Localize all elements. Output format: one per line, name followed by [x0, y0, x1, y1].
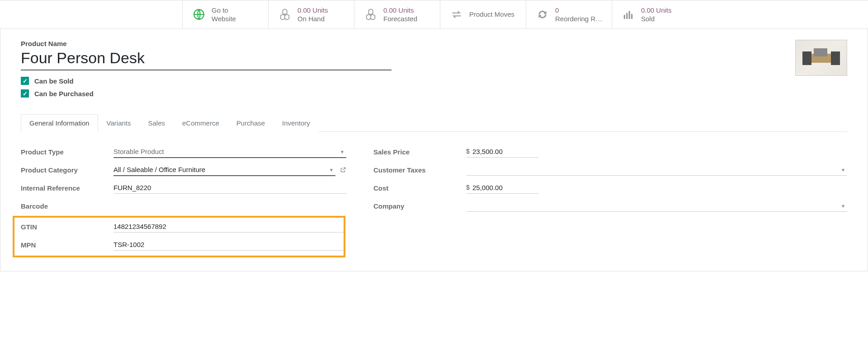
boxes-icon — [363, 7, 378, 22]
gtin-label: GTIN — [21, 223, 113, 231]
tabs: General Information Variants Sales eComm… — [21, 114, 847, 132]
product-name-input[interactable] — [21, 48, 392, 70]
barcode-input[interactable] — [113, 200, 346, 212]
highlighted-section: GTIN MPN — [21, 216, 346, 257]
barcode-label: Barcode — [21, 202, 113, 210]
stat-label: On Hand — [297, 14, 328, 23]
stat-text: Website — [212, 14, 236, 23]
stat-on-hand[interactable]: 0.00 Units On Hand — [269, 0, 354, 28]
product-type-label: Product Type — [21, 148, 113, 156]
bar-chart-icon — [621, 7, 636, 22]
internal-reference-label: Internal Reference — [21, 184, 113, 192]
stat-value: 0.00 Units — [641, 6, 672, 15]
company-select[interactable] — [466, 200, 847, 212]
can-be-purchased-label: Can be Purchased — [34, 90, 94, 98]
product-image[interactable] — [795, 40, 847, 76]
mpn-input[interactable] — [113, 239, 346, 251]
sales-price-input[interactable] — [466, 146, 538, 158]
tab-purchase[interactable]: Purchase — [228, 114, 274, 132]
stat-spacer — [0, 0, 183, 28]
svg-rect-2 — [802, 51, 811, 65]
form-body: Product Name ✓ Can be Sold ✓ Can be Purc… — [0, 29, 868, 271]
svg-rect-4 — [814, 48, 827, 56]
currency-symbol: $ — [466, 148, 470, 155]
customer-taxes-select[interactable] — [466, 164, 847, 176]
tab-inventory[interactable]: Inventory — [274, 114, 319, 132]
can-be-sold-label: Can be Sold — [34, 77, 74, 85]
currency-symbol: $ — [466, 184, 470, 191]
product-name-label: Product Name — [21, 40, 392, 47]
company-label: Company — [373, 202, 466, 210]
globe-icon — [192, 7, 206, 22]
stat-label: Reordering R… — [555, 14, 602, 23]
mpn-label: MPN — [21, 241, 113, 249]
tab-general-information[interactable]: General Information — [21, 114, 98, 132]
internal-reference-input[interactable] — [113, 182, 346, 194]
stat-label: Product Moves — [469, 10, 514, 19]
cost-label: Cost — [373, 184, 466, 192]
external-link-icon[interactable] — [340, 167, 346, 173]
stat-label: Sold — [641, 14, 672, 23]
can-be-purchased-checkbox[interactable]: ✓ — [21, 89, 29, 98]
stat-product-moves[interactable]: Product Moves — [440, 0, 526, 28]
stat-value: 0 — [555, 6, 602, 15]
stat-forecasted[interactable]: 0.00 Units Forecasted — [354, 0, 440, 28]
cost-input[interactable] — [466, 182, 538, 194]
tab-ecommerce[interactable]: eCommerce — [174, 114, 228, 132]
tab-variants[interactable]: Variants — [98, 114, 140, 132]
svg-rect-3 — [831, 51, 840, 65]
product-category-label: Product Category — [21, 166, 113, 174]
product-type-select[interactable] — [113, 146, 346, 158]
product-category-select[interactable] — [113, 164, 335, 176]
stat-go-to-website[interactable]: Go to Website — [183, 0, 269, 28]
boxes-icon — [278, 7, 292, 22]
arrows-exchange-icon — [449, 7, 464, 22]
gtin-input[interactable] — [113, 221, 346, 233]
tab-sales[interactable]: Sales — [140, 114, 174, 132]
stat-text: Go to — [212, 6, 236, 15]
stat-value: 0.00 Units — [383, 6, 417, 15]
stat-value: 0.00 Units — [297, 6, 328, 15]
stat-reordering[interactable]: 0 Reordering R… — [526, 0, 612, 28]
sales-price-label: Sales Price — [373, 148, 466, 156]
stat-sold[interactable]: 0.00 Units Sold — [612, 0, 868, 28]
stat-bar: Go to Website 0.00 Units On Hand 0.00 Un… — [0, 0, 868, 29]
stat-label: Forecasted — [383, 14, 417, 23]
refresh-icon — [535, 7, 550, 22]
customer-taxes-label: Customer Taxes — [373, 166, 466, 174]
can-be-sold-checkbox[interactable]: ✓ — [21, 77, 29, 85]
